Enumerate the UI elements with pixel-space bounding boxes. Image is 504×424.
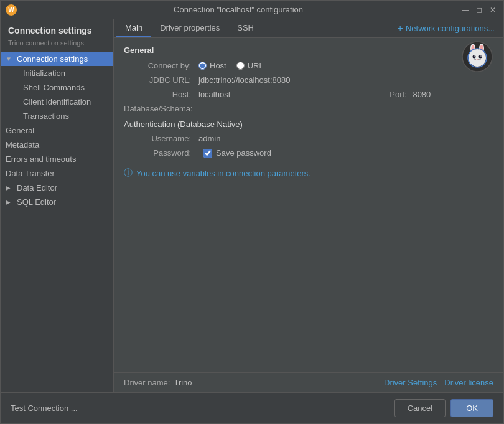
sidebar-item-data-transfer[interactable]: Data Transfer [1, 166, 113, 181]
content-body: General Connect by: Host URL [114, 38, 503, 372]
host-value: localhost [198, 90, 230, 99]
sidebar-item-errors-and-timeouts[interactable]: Errors and timeouts [1, 152, 113, 166]
url-radio-label: URL [248, 61, 264, 70]
app-icon: W [6, 4, 17, 16]
chevron-right-icon: ▶ [6, 184, 14, 191]
tab-main[interactable]: Main [116, 19, 151, 37]
sidebar-item-label: Errors and timeouts [6, 154, 76, 164]
sidebar-item-initialization[interactable]: Initialization [1, 66, 113, 80]
minimize-button[interactable]: — [460, 4, 471, 16]
port-value: 8080 [413, 90, 431, 99]
jdbc-url-value: jdbc:trino://localhost:8080 [198, 75, 290, 85]
title-controls: — ◻ ✕ [460, 4, 498, 16]
cancel-button[interactable]: Cancel [394, 399, 446, 417]
sidebar-item-label: Data Transfer [6, 169, 55, 178]
close-button[interactable]: ✕ [487, 4, 498, 16]
username-value: admin [198, 134, 220, 143]
svg-point-6 [473, 55, 476, 59]
ok-button[interactable]: OK [450, 399, 493, 417]
svg-point-10 [477, 59, 478, 60]
chevron-down-icon: ▼ [6, 55, 14, 62]
sidebar-item-label: Shell Commands [23, 83, 85, 92]
port-label: Port: 8080 [390, 90, 431, 99]
svg-point-9 [480, 55, 482, 57]
sidebar-item-connection-settings[interactable]: ▼ Connection settings [1, 52, 113, 66]
svg-line-11 [474, 60, 476, 60]
test-connection-button[interactable]: Test Connection ... [11, 403, 78, 413]
content-panel: Main Driver properties SSH + Network con… [114, 19, 503, 392]
tabs-bar: Main Driver properties SSH + Network con… [114, 19, 503, 38]
sidebar-item-data-editor[interactable]: ▶ Data Editor [1, 181, 113, 195]
host-radio[interactable] [198, 62, 207, 70]
svg-point-5 [469, 49, 486, 67]
sidebar-item-label: General [6, 126, 34, 135]
password-label: Password: [124, 148, 198, 158]
driver-name-value: Trino [174, 378, 192, 387]
network-configurations-button[interactable]: + Network configurations... [391, 21, 501, 37]
sidebar-header: Connection settings [1, 19, 113, 39]
sidebar-item-general[interactable]: General [1, 123, 113, 138]
variables-link-row: ⓘ You can use variables in connection pa… [124, 167, 493, 179]
host-radio-label: Host [210, 61, 226, 70]
connect-by-label: Connect by: [124, 61, 198, 70]
chevron-right-icon: ▶ [6, 199, 14, 205]
host-label: Host: [124, 90, 198, 99]
jdbc-url-label: JDBC URL: [124, 75, 198, 85]
host-port-container: localhost Port: 8080 [198, 90, 431, 99]
password-row: Password: Save password [124, 148, 493, 158]
general-section-title: General [124, 45, 493, 55]
sidebar: Connection settings Trino connection set… [1, 19, 114, 392]
sidebar-footer [1, 209, 113, 392]
sidebar-item-label: Metadata [6, 140, 39, 149]
save-password-label: Save password [216, 148, 271, 158]
main-window: W Connection "localhost" configuration —… [0, 0, 504, 424]
sidebar-item-metadata[interactable]: Metadata [1, 138, 113, 152]
host-row: Host: localhost Port: 8080 [124, 90, 493, 99]
username-label: Username: [124, 134, 198, 143]
main-layout: Connection settings Trino connection set… [1, 19, 503, 392]
restore-button[interactable]: ◻ [474, 4, 485, 16]
username-row: Username: admin [124, 134, 493, 143]
connect-by-radio-group: Host URL [198, 61, 264, 70]
sidebar-subtitle: Trino connection settings [1, 39, 113, 52]
info-icon: ⓘ [124, 167, 133, 179]
host-radio-option[interactable]: Host [198, 61, 226, 70]
jdbc-url-row: JDBC URL: jdbc:trino://localhost:8080 [124, 75, 493, 85]
bottom-bar: Test Connection ... Cancel OK [1, 392, 503, 423]
variables-link[interactable]: You can use variables in connection para… [136, 169, 310, 178]
svg-line-12 [478, 60, 481, 60]
auth-section-title: Authentication (Database Native) [124, 120, 493, 129]
save-password-checkbox[interactable] [203, 149, 212, 158]
tab-driver-properties[interactable]: Driver properties [151, 19, 228, 37]
sidebar-item-shell-commands[interactable]: Shell Commands [1, 80, 113, 95]
url-radio-option[interactable]: URL [236, 61, 264, 70]
app-logo [461, 40, 493, 73]
db-schema-row: Database/Schema: [124, 104, 493, 113]
sidebar-item-label: Client identification [23, 97, 91, 106]
svg-point-7 [479, 55, 482, 59]
sidebar-item-label: Data Editor [17, 183, 57, 192]
sidebar-item-label: Transactions [23, 111, 69, 121]
sidebar-item-label: Connection settings [17, 54, 88, 64]
sidebar-item-label: SQL Editor [17, 197, 56, 207]
driver-buttons: Driver Settings Driver license [384, 378, 493, 387]
tab-ssh[interactable]: SSH [228, 19, 263, 37]
save-password-container: Save password [203, 148, 271, 158]
sidebar-item-sql-editor[interactable]: ▶ SQL Editor [1, 195, 113, 209]
sidebar-item-transactions[interactable]: Transactions [1, 109, 113, 123]
window-title: Connection "localhost" configuration [17, 5, 460, 14]
plus-icon: + [398, 23, 403, 34]
sidebar-item-label: Initialization [23, 68, 65, 78]
connect-by-row: Connect by: Host URL [124, 61, 493, 70]
svg-point-8 [474, 55, 475, 57]
url-radio[interactable] [236, 62, 245, 70]
db-schema-label: Database/Schema: [124, 104, 198, 113]
sidebar-item-client-identification[interactable]: Client identification [1, 95, 113, 109]
title-bar: W Connection "localhost" configuration —… [1, 1, 503, 19]
driver-settings-button[interactable]: Driver Settings [384, 378, 437, 387]
driver-license-button[interactable]: Driver license [444, 378, 493, 387]
driver-name-label: Driver name: [124, 378, 170, 387]
driver-row: Driver name: Trino Driver Settings Drive… [114, 372, 503, 392]
